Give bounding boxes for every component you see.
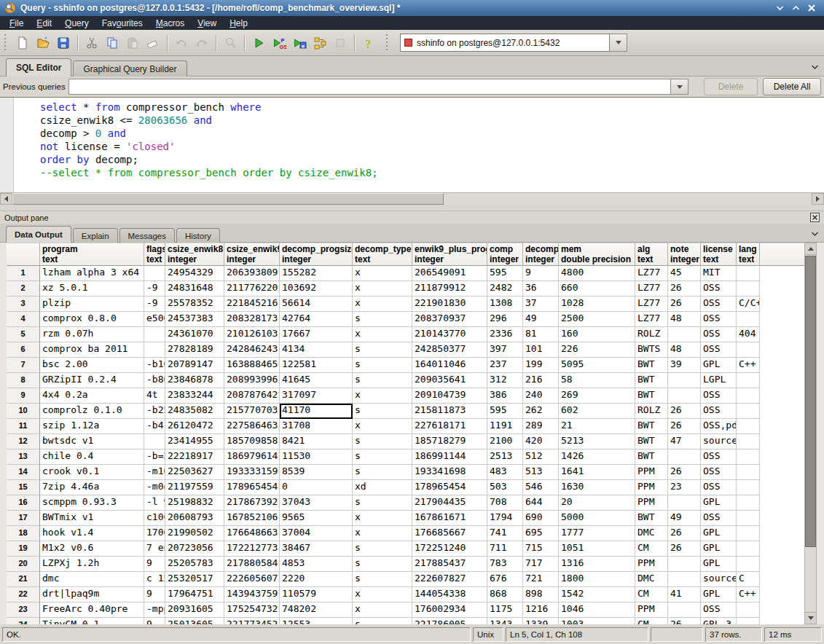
row-number[interactable]: 15: [7, 480, 40, 495]
cell-comp[interactable]: 711: [487, 541, 523, 557]
cell-enwik9-plus-prog[interactable]: 176002934: [412, 602, 487, 618]
cell-lang[interactable]: [737, 526, 760, 541]
cell-alg[interactable]: PPM: [635, 557, 668, 572]
cell-decomp-progsize[interactable]: 41170: [280, 404, 353, 419]
cell-license[interactable]: OSS: [701, 465, 737, 480]
cell-note[interactable]: 26: [668, 281, 701, 297]
column-header-flags[interactable]: flags text: [144, 243, 165, 266]
cell-mem[interactable]: 1800: [559, 572, 635, 587]
cell-decomp-type[interactable]: s: [353, 572, 412, 587]
cell-program[interactable]: comprox 0.8.0: [40, 312, 144, 327]
cell-mem[interactable]: 5000: [559, 511, 635, 526]
cell-decomp-type[interactable]: xd: [353, 480, 412, 495]
cell-decomp-type[interactable]: x: [353, 327, 412, 342]
cell-program[interactable]: chile 0.4: [40, 449, 144, 465]
row-number[interactable]: 20: [7, 557, 40, 572]
cell-csize-enwik8[interactable]: 25578352: [165, 297, 224, 312]
hscroll-right-arrow-icon[interactable]: [812, 193, 824, 205]
cell-lang[interactable]: [737, 419, 760, 434]
editor-tabs-expander-icon[interactable]: [809, 62, 820, 72]
hscroll-left-arrow-icon[interactable]: [0, 193, 12, 205]
new-file-button[interactable]: [12, 33, 33, 52]
column-header-lang[interactable]: lang text: [737, 243, 760, 266]
execute-query-button[interactable]: [248, 33, 269, 52]
cell-decomp-progsize[interactable]: 12553: [280, 618, 353, 624]
cell-decomp-type[interactable]: x: [353, 526, 412, 541]
cell-decomp-type[interactable]: s: [353, 434, 412, 449]
row-number[interactable]: 23: [7, 602, 40, 618]
cell-alg[interactable]: LZ77: [635, 297, 668, 312]
row-number[interactable]: 14: [7, 465, 40, 480]
cell-decomp[interactable]: 513: [523, 465, 559, 480]
cell-lang[interactable]: [737, 602, 760, 618]
cell-comp[interactable]: 676: [487, 572, 523, 587]
cell-lang[interactable]: [737, 449, 760, 465]
cell-license[interactable]: GPL: [701, 541, 737, 557]
cell-alg[interactable]: BWT: [635, 358, 668, 373]
cell-program[interactable]: comprox ba 2011: [40, 342, 144, 358]
cell-program[interactable]: dmc: [40, 572, 144, 587]
cell-note[interactable]: [668, 327, 701, 342]
column-header-decomp-progsize[interactable]: decomp_progsize integer: [280, 243, 353, 266]
cell-decomp-progsize[interactable]: 317097: [280, 388, 353, 404]
cell-flags[interactable]: -b25: [144, 404, 165, 419]
cell-flags[interactable]: 7 en: [144, 541, 165, 557]
maximize-button[interactable]: [788, 2, 804, 14]
cell-decomp-progsize[interactable]: 2220: [280, 572, 353, 587]
cell-alg[interactable]: LZ77: [635, 281, 668, 297]
explain-query-button[interactable]: [310, 33, 330, 52]
cell-mem[interactable]: 21: [559, 419, 635, 434]
cell-csize-enwik8[interactable]: 24537383: [165, 312, 224, 327]
cell-flags[interactable]: -9: [144, 297, 165, 312]
cell-lang[interactable]: 404: [737, 327, 760, 342]
cell-lang[interactable]: [737, 404, 760, 419]
cell-note[interactable]: 26: [668, 526, 701, 541]
cell-comp[interactable]: 783: [487, 557, 523, 572]
cell-decomp[interactable]: 36: [523, 281, 559, 297]
cell-decomp-progsize[interactable]: 42764: [280, 312, 353, 327]
open-file-button[interactable]: [33, 33, 53, 52]
cell-license[interactable]: source: [701, 434, 737, 449]
cell-flags[interactable]: -l 9: [144, 495, 165, 511]
cell-mem[interactable]: 1641: [559, 465, 635, 480]
row-number[interactable]: 21: [7, 572, 40, 587]
cell-alg[interactable]: BWT: [635, 449, 668, 465]
cell-comp[interactable]: 483: [487, 465, 523, 480]
cell-note[interactable]: 26: [668, 465, 701, 480]
cell-comp[interactable]: 503: [487, 480, 523, 495]
cell-flags[interactable]: 9: [144, 587, 165, 602]
cell-mem[interactable]: 1542: [559, 587, 635, 602]
cell-lang[interactable]: [737, 373, 760, 388]
cell-license[interactable]: OSS: [701, 602, 737, 618]
tab-graphical-query-builder[interactable]: Graphical Query Builder: [73, 60, 187, 76]
cell-enwik9-plus-prog[interactable]: 176685667: [412, 526, 487, 541]
row-number[interactable]: 18: [7, 526, 40, 541]
cell-comp[interactable]: 595: [487, 266, 523, 281]
cell-license[interactable]: OSS: [701, 312, 737, 327]
cell-decomp-type[interactable]: x: [353, 511, 412, 526]
connection-combo[interactable]: sshinfo on postgres@127.0.0.1:5432: [400, 34, 610, 52]
cell-license[interactable]: OSS: [701, 388, 737, 404]
cell-decomp[interactable]: 717: [523, 557, 559, 572]
cell-csize-enwik9[interactable]: 175254732: [224, 602, 280, 618]
cell-license[interactable]: GPL: [701, 557, 737, 572]
cell-mem[interactable]: 602: [559, 404, 635, 419]
cell-flags[interactable]: 4t: [144, 388, 165, 404]
cell-csize-enwik9[interactable]: 178965454: [224, 480, 280, 495]
cell-decomp-type[interactable]: x: [353, 297, 412, 312]
cell-mem[interactable]: 2500: [559, 312, 635, 327]
cell-program[interactable]: szip 1.12a: [40, 419, 144, 434]
cell-flags[interactable]: 9: [144, 557, 165, 572]
row-number[interactable]: 12: [7, 434, 40, 449]
cell-license[interactable]: MIT: [701, 266, 737, 281]
cell-decomp[interactable]: 289: [523, 419, 559, 434]
copy-button[interactable]: [102, 33, 122, 52]
cell-enwik9-plus-prog[interactable]: 209035641: [412, 373, 487, 388]
cell-comp[interactable]: 868: [487, 587, 523, 602]
cell-csize-enwik8[interactable]: 21990502: [165, 526, 224, 541]
cell-decomp-type[interactable]: s: [353, 465, 412, 480]
cell-mem[interactable]: 160: [559, 327, 635, 342]
cell-decomp-type[interactable]: s: [353, 404, 412, 419]
cell-program[interactable]: FreeArc 0.40pre: [40, 602, 144, 618]
cell-license[interactable]: GPL: [701, 526, 737, 541]
